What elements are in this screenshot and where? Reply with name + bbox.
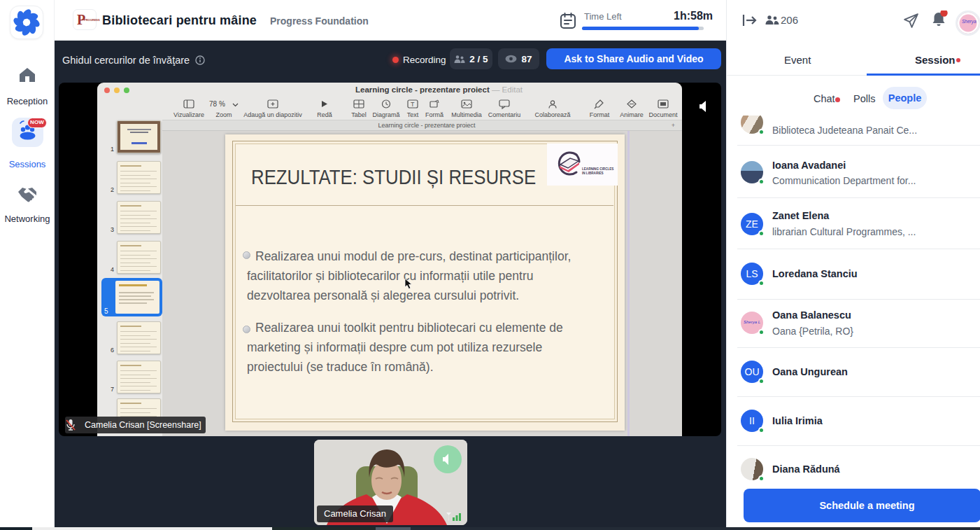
svg-text:IN LIBRARIES: IN LIBRARIES — [582, 172, 604, 175]
svg-text:LEARNING CIRCLES: LEARNING CIRCLES — [582, 167, 613, 171]
svg-text:78 %: 78 % — [209, 100, 225, 108]
